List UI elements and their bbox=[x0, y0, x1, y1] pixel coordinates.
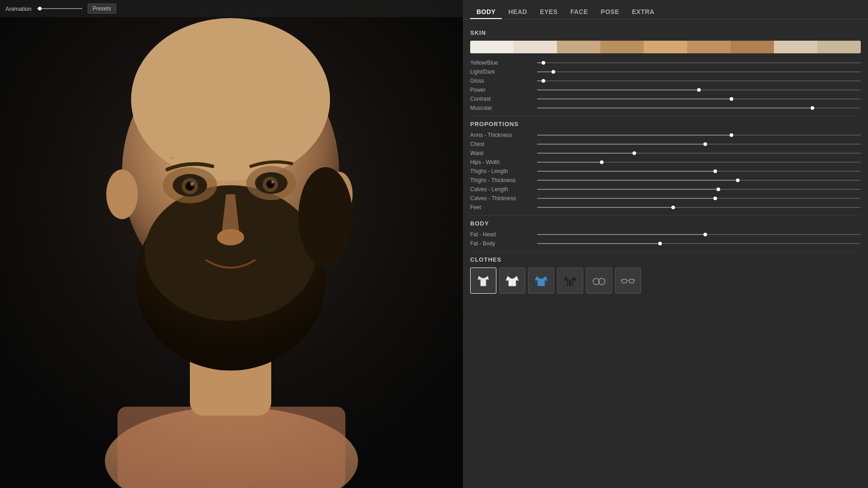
svg-point-19 bbox=[190, 182, 194, 186]
slider-fill bbox=[537, 99, 731, 99]
slider-track[interactable] bbox=[537, 144, 861, 145]
slider-thumb[interactable] bbox=[632, 151, 636, 155]
skin-section-header: SKIN bbox=[470, 29, 861, 36]
slider-row: Muscular bbox=[470, 105, 861, 111]
slider-thumb[interactable] bbox=[713, 197, 717, 200]
slider-thumb[interactable] bbox=[730, 133, 733, 137]
clothes-item-2[interactable] bbox=[528, 267, 554, 294]
slider-row: Feet bbox=[470, 204, 861, 211]
slider-track[interactable] bbox=[537, 189, 861, 190]
slider-track[interactable] bbox=[537, 243, 861, 244]
skin-swatch-7[interactable] bbox=[774, 41, 817, 53]
tab-face[interactable]: FACE bbox=[564, 5, 594, 19]
body-sliders: Fat - HeadFat - Body bbox=[470, 231, 861, 247]
slider-track[interactable] bbox=[537, 198, 861, 199]
slider-track[interactable] bbox=[537, 99, 861, 99]
slider-track[interactable] bbox=[537, 89, 861, 90]
clothes-item-1[interactable] bbox=[499, 267, 525, 294]
slider-label: Gloss bbox=[470, 78, 533, 84]
slider-thumb[interactable] bbox=[717, 188, 720, 191]
skin-swatches bbox=[470, 41, 861, 53]
tab-pose[interactable]: POSE bbox=[594, 5, 626, 19]
slider-label: Fat - Body bbox=[470, 240, 533, 247]
proportions-section-header: PROPORTIONS bbox=[470, 121, 861, 127]
svg-rect-2 bbox=[118, 407, 345, 488]
slider-track[interactable] bbox=[537, 135, 861, 136]
svg-point-20 bbox=[271, 181, 274, 183]
slider-fill bbox=[537, 234, 705, 235]
slider-label: Power bbox=[470, 87, 533, 93]
slider-track[interactable] bbox=[537, 71, 861, 72]
slider-fill bbox=[537, 71, 553, 72]
slider-row: Contrast bbox=[470, 96, 861, 102]
slider-row: Gloss bbox=[470, 78, 861, 84]
slider-thumb[interactable] bbox=[703, 233, 707, 236]
skin-swatch-2[interactable] bbox=[557, 41, 600, 53]
clothes-item-5[interactable] bbox=[615, 267, 641, 294]
proportions-sliders: Arms - ThicknessChestWaistHips - WidthTh… bbox=[470, 132, 861, 211]
skin-swatch-5[interactable] bbox=[687, 41, 731, 53]
slider-track[interactable] bbox=[537, 234, 861, 235]
viewport: Animation Presets bbox=[0, 0, 463, 488]
slider-label: Thighs - Thickness bbox=[470, 177, 533, 183]
slider-thumb[interactable] bbox=[658, 242, 662, 245]
slider-track[interactable] bbox=[537, 180, 861, 181]
slider-fill bbox=[537, 153, 634, 154]
slider-track[interactable] bbox=[537, 207, 861, 208]
slider-fill bbox=[537, 162, 602, 163]
tab-eyes[interactable]: EYES bbox=[533, 5, 564, 19]
divider-3 bbox=[470, 251, 861, 252]
slider-thumb[interactable] bbox=[697, 88, 701, 92]
slider-fill bbox=[537, 108, 812, 108]
slider-fill bbox=[537, 189, 718, 190]
slider-row: Fat - Body bbox=[470, 240, 861, 247]
slider-thumb[interactable] bbox=[552, 70, 555, 74]
skin-swatch-8[interactable] bbox=[817, 41, 861, 53]
slider-thumb[interactable] bbox=[811, 106, 814, 110]
skin-swatch-3[interactable] bbox=[600, 41, 644, 53]
clothes-item-0[interactable] bbox=[470, 267, 496, 294]
slider-thumb[interactable] bbox=[542, 61, 545, 65]
slider-thumb[interactable] bbox=[713, 169, 717, 173]
slider-label: Waist bbox=[470, 150, 533, 156]
slider-row: Thighs - Length bbox=[470, 168, 861, 174]
slider-thumb[interactable] bbox=[703, 142, 707, 146]
tab-extra[interactable]: EXTRA bbox=[626, 5, 661, 19]
clothes-grid bbox=[470, 267, 861, 294]
clothes-item-4[interactable] bbox=[586, 267, 612, 294]
nav-tabs: BODY HEAD EYES FACE POSE EXTRA bbox=[463, 0, 868, 19]
divider-2 bbox=[470, 215, 861, 216]
divider-1 bbox=[470, 116, 861, 116]
slider-fill bbox=[537, 171, 715, 172]
presets-button[interactable]: Presets bbox=[88, 4, 116, 14]
slider-track[interactable] bbox=[537, 171, 861, 172]
skin-swatch-1[interactable] bbox=[514, 41, 557, 53]
slider-label: Yellow/Blue bbox=[470, 60, 533, 66]
clothes-item-3[interactable] bbox=[557, 267, 583, 294]
tab-head[interactable]: HEAD bbox=[502, 5, 533, 19]
slider-track[interactable] bbox=[537, 153, 861, 154]
slider-thumb[interactable] bbox=[730, 97, 733, 101]
slider-track[interactable] bbox=[537, 162, 861, 163]
character-render bbox=[0, 0, 463, 488]
slider-row: Arms - Thickness bbox=[470, 132, 861, 138]
slider-track[interactable] bbox=[537, 108, 861, 108]
right-panel: BODY HEAD EYES FACE POSE EXTRA SKIN Yell… bbox=[463, 0, 868, 488]
slider-row: Calves - Thickness bbox=[470, 195, 861, 202]
skin-swatch-6[interactable] bbox=[731, 41, 774, 53]
svg-point-5 bbox=[131, 18, 330, 181]
slider-thumb[interactable] bbox=[736, 178, 740, 182]
slider-thumb[interactable] bbox=[542, 79, 545, 83]
tab-body[interactable]: BODY bbox=[470, 5, 502, 19]
animation-slider[interactable] bbox=[37, 8, 82, 9]
clothes-section-header: CLOTHES bbox=[470, 256, 861, 263]
svg-point-23 bbox=[207, 148, 209, 150]
skin-swatch-0[interactable] bbox=[470, 41, 514, 53]
slider-track[interactable] bbox=[537, 80, 861, 81]
skin-swatch-4[interactable] bbox=[644, 41, 687, 53]
slider-fill bbox=[537, 198, 715, 199]
svg-rect-31 bbox=[629, 279, 634, 283]
slider-track[interactable] bbox=[537, 62, 861, 63]
slider-thumb[interactable] bbox=[600, 160, 604, 164]
slider-thumb[interactable] bbox=[671, 206, 675, 209]
